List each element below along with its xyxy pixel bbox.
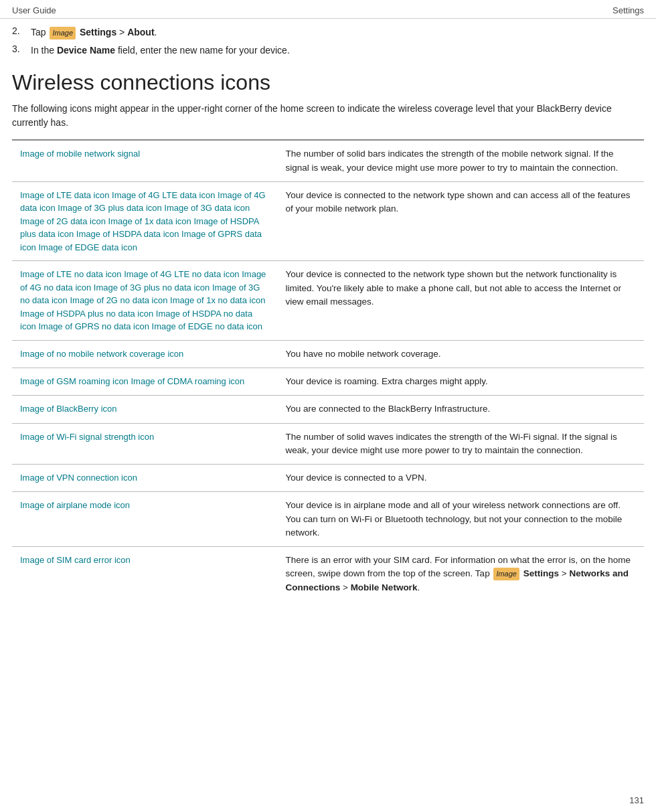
icon-cell: Image of BlackBerry icon: [12, 396, 277, 423]
table-row: Image of LTE no data icon Image of 4G LT…: [12, 261, 644, 341]
description-cell: Your device is connected to the network …: [277, 261, 644, 341]
header-right: Settings: [612, 5, 644, 15]
description-cell: The number of solid waves indicates the …: [277, 423, 644, 465]
step-2-number: 2.: [12, 25, 31, 36]
step-3-number: 3.: [12, 44, 31, 54]
icon-cell: Image of GSM roaming icon Image of CDMA …: [12, 368, 277, 396]
table-row: Image of mobile network signalThe number…: [12, 140, 644, 181]
icon-cell: Image of Wi-Fi signal strength icon: [12, 423, 277, 465]
description-cell: You have no mobile network coverage.: [277, 340, 644, 368]
icon-cell: Image of LTE no data icon Image of 4G LT…: [12, 261, 277, 341]
section-description: The following icons might appear in the …: [12, 102, 644, 130]
table-row: Image of GSM roaming icon Image of CDMA …: [12, 368, 644, 396]
step2-image-label: Image: [50, 27, 76, 39]
description-cell: There is an error with your SIM card. Fo…: [277, 547, 644, 601]
content-area: 2. Tap Image Settings > About. 3. In the…: [0, 19, 656, 628]
table-row: Image of BlackBerry iconYou are connecte…: [12, 396, 644, 423]
icon-cell: Image of VPN connection icon: [12, 465, 277, 492]
description-cell: You are connected to the BlackBerry Infr…: [277, 396, 644, 423]
icon-cell: Image of mobile network signal: [12, 140, 277, 181]
table-row: Image of airplane mode iconYour device i…: [12, 492, 644, 547]
table-row: Image of LTE data icon Image of 4G LTE d…: [12, 181, 644, 261]
description-cell: Your device is roaming. Extra charges mi…: [277, 368, 644, 396]
description-cell: The number of solid bars indicates the s…: [277, 140, 644, 181]
inline-image-label: Image: [493, 568, 519, 580]
table-row: Image of VPN connection iconYour device …: [12, 465, 644, 492]
icon-cell: Image of no mobile network coverage icon: [12, 340, 277, 368]
description-cell: Your device is connected to the network …: [277, 181, 644, 261]
icons-table: Image of mobile network signalThe number…: [12, 139, 644, 601]
step-3-text: In the Device Name field, enter the new …: [31, 44, 290, 58]
icon-cell: Image of airplane mode icon: [12, 492, 277, 547]
section-title: Wireless connections icons: [12, 70, 644, 95]
table-row: Image of no mobile network coverage icon…: [12, 340, 644, 368]
table-row: Image of SIM card error iconThere is an …: [12, 547, 644, 601]
step-2: 2. Tap Image Settings > About.: [12, 25, 644, 39]
icon-cell: Image of SIM card error icon: [12, 547, 277, 601]
table-row: Image of Wi-Fi signal strength iconThe n…: [12, 423, 644, 465]
header-left: User Guide: [12, 5, 56, 15]
description-cell: Your device is in airplane mode and all …: [277, 492, 644, 547]
step-2-text: Tap Image Settings > About.: [31, 25, 157, 39]
description-cell: Your device is connected to a VPN.: [277, 465, 644, 492]
page-number: 131: [629, 795, 644, 805]
step-3: 3. In the Device Name field, enter the n…: [12, 44, 644, 58]
page-header: User Guide Settings: [0, 0, 656, 19]
icon-cell: Image of LTE data icon Image of 4G LTE d…: [12, 181, 277, 261]
